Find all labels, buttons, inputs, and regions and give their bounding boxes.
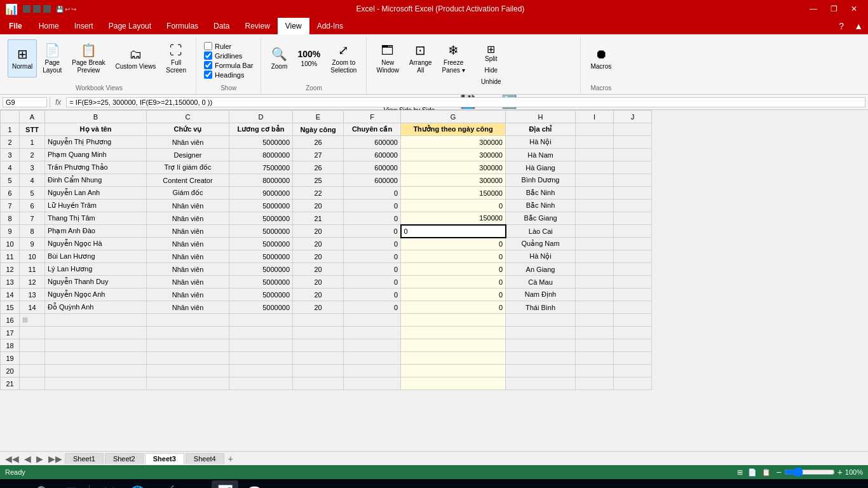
menu-review[interactable]: Review — [237, 18, 277, 34]
cell-I12[interactable] — [576, 263, 614, 276]
row-num-7[interactable]: 7 — [1, 200, 20, 212]
cell-G10[interactable]: 0 — [401, 238, 506, 250]
cell-I4[interactable] — [576, 161, 614, 174]
cell-H6[interactable]: Bắc Ninh — [506, 187, 576, 200]
row-num-12[interactable]: 12 — [1, 263, 20, 276]
page-break-preview-button[interactable]: 📋 Page BreakPreview — [67, 39, 109, 78]
cell-J6[interactable] — [614, 187, 652, 200]
row-num-9[interactable]: 9 — [1, 225, 20, 238]
cell-E9[interactable]: 20 — [293, 225, 344, 238]
cell-A4[interactable]: 3 — [20, 161, 45, 174]
cell-A9[interactable]: 8 — [20, 225, 45, 238]
cell-F3[interactable]: 600000 — [344, 149, 401, 161]
cell-H19[interactable] — [506, 352, 576, 365]
cell-J18[interactable] — [614, 339, 652, 352]
cell-A11[interactable]: 10 — [20, 250, 45, 263]
cell-H20[interactable] — [506, 365, 576, 377]
cell-B2[interactable]: Nguyễn Thị Phương — [45, 136, 147, 149]
cell-C12[interactable]: Nhân viên — [147, 263, 229, 276]
sheet-nav-next[interactable]: ▶ — [34, 454, 46, 464]
cell-B12[interactable]: Lý Lan Hương — [45, 263, 147, 276]
cell-B13[interactable]: Nguyễn Thanh Duy — [45, 276, 147, 288]
cell-I17[interactable] — [576, 327, 614, 339]
cell-I20[interactable] — [576, 365, 614, 377]
cell-G5[interactable]: 300000 — [401, 174, 506, 187]
cell-F16[interactable] — [344, 314, 401, 327]
normal-status-icon[interactable]: ⊞ — [737, 468, 743, 477]
cell-row-header19[interactable]: 19 — [1, 352, 20, 365]
menu-home[interactable]: Home — [31, 18, 67, 34]
cell-E11[interactable]: 20 — [293, 250, 344, 263]
cell-F15[interactable]: 0 — [344, 301, 401, 314]
cell-D11[interactable]: 5000000 — [229, 250, 293, 263]
cell-A21[interactable] — [20, 377, 45, 390]
cell-H7[interactable]: Bắc Ninh — [506, 200, 576, 212]
full-screen-button[interactable]: ⛶ FullScreen — [161, 39, 191, 78]
cell-F20[interactable] — [344, 365, 401, 377]
cell-D1[interactable]: Lương cơ bản — [229, 123, 293, 136]
menu-view[interactable]: View — [278, 18, 309, 34]
cell-I15[interactable] — [576, 301, 614, 314]
cell-H5[interactable]: Bình Dương — [506, 174, 576, 187]
cell-H3[interactable]: Hà Nam — [506, 149, 576, 161]
row-num-11[interactable]: 11 — [1, 250, 20, 263]
row-num-15[interactable]: 15 — [1, 301, 20, 314]
cell-C2[interactable]: Nhân viên — [147, 136, 229, 149]
row-num-10[interactable]: 10 — [1, 238, 20, 250]
cell-H15[interactable]: Thái Bình — [506, 301, 576, 314]
cell-J1[interactable] — [614, 123, 652, 136]
cell-B9[interactable]: Phạm Anh Đào — [45, 225, 147, 238]
cell-E1[interactable]: Ngày công — [293, 123, 344, 136]
sheet-tab-1[interactable]: Sheet1 — [65, 453, 104, 464]
cell-G14[interactable]: 0 — [401, 288, 506, 301]
cell-F7[interactable]: 0 — [344, 200, 401, 212]
cell-F18[interactable] — [344, 339, 401, 352]
row-num-8[interactable]: 8 — [1, 212, 20, 225]
cell-B6[interactable]: Nguyễn Lan Anh — [45, 187, 147, 200]
cell-C11[interactable]: Nhân viên — [147, 250, 229, 263]
cell-F11[interactable]: 0 — [344, 250, 401, 263]
cell-C16[interactable] — [147, 314, 229, 327]
cell-A14[interactable]: 13 — [20, 288, 45, 301]
cell-C9[interactable]: Nhân viên — [147, 225, 229, 238]
cell-E18[interactable] — [293, 339, 344, 352]
cell-F4[interactable]: 600000 — [344, 161, 401, 174]
custom-views-button[interactable]: 🗂 Custom Views — [111, 39, 161, 78]
cell-J19[interactable] — [614, 352, 652, 365]
cell-H16[interactable] — [506, 314, 576, 327]
cell-I6[interactable] — [576, 187, 614, 200]
cell-A17[interactable] — [20, 327, 45, 339]
cell-G11[interactable]: 0 — [401, 250, 506, 263]
cell-B10[interactable]: Nguyễn Ngọc Hà — [45, 238, 147, 250]
cell-B19[interactable] — [45, 352, 147, 365]
close-button[interactable]: ✕ — [845, 3, 863, 15]
formula-input[interactable] — [66, 97, 865, 107]
cell-D20[interactable] — [229, 365, 293, 377]
headings-checkbox-row[interactable]: Headings — [204, 71, 254, 79]
cell-D18[interactable] — [229, 339, 293, 352]
cell-F5[interactable]: 600000 — [344, 174, 401, 187]
cell-J4[interactable] — [614, 161, 652, 174]
cell-F17[interactable] — [344, 327, 401, 339]
cell-row-header20[interactable]: 20 — [1, 365, 20, 377]
gridlines-checkbox[interactable] — [204, 51, 212, 60]
cell-J20[interactable] — [614, 365, 652, 377]
cell-E4[interactable]: 26 — [293, 161, 344, 174]
cell-I14[interactable] — [576, 288, 614, 301]
store-button[interactable]: 🛒 — [153, 480, 180, 488]
cell-C3[interactable]: Designer — [147, 149, 229, 161]
cell-A15[interactable]: 14 — [20, 301, 45, 314]
cell-E13[interactable]: 20 — [293, 276, 344, 288]
cell-F10[interactable]: 0 — [344, 238, 401, 250]
cell-G7[interactable]: 0 — [401, 200, 506, 212]
cell-I7[interactable] — [576, 200, 614, 212]
cell-C21[interactable] — [147, 377, 229, 390]
cell-J11[interactable] — [614, 250, 652, 263]
col-header-F[interactable]: F — [344, 111, 401, 123]
cell-A3[interactable]: 2 — [20, 149, 45, 161]
cell-F2[interactable]: 600000 — [344, 136, 401, 149]
gridlines-checkbox-row[interactable]: Gridlines — [204, 51, 254, 60]
cell-G20[interactable] — [401, 365, 506, 377]
menu-file[interactable]: File — [0, 18, 31, 34]
cell-D13[interactable]: 5000000 — [229, 276, 293, 288]
